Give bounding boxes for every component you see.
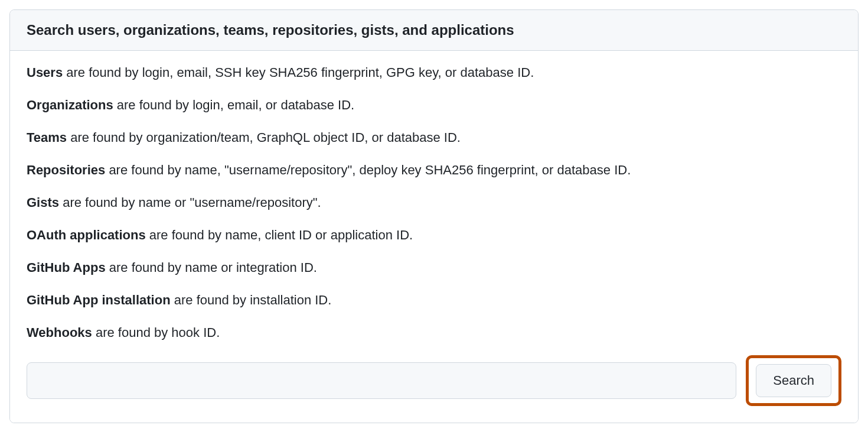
hint-github-apps-label: GitHub Apps (27, 260, 106, 275)
panel-title: Search users, organizations, teams, repo… (27, 20, 841, 41)
hint-gists: Gists are found by name or "username/rep… (27, 193, 841, 212)
search-button-highlight: Search (746, 355, 841, 406)
panel-body: Users are found by login, email, SSH key… (10, 51, 858, 423)
hint-webhooks-text: are found by hook ID. (92, 325, 220, 340)
hint-gists-label: Gists (27, 195, 59, 210)
hint-teams-label: Teams (27, 130, 67, 145)
hint-organizations: Organizations are found by login, email,… (27, 95, 841, 115)
hint-teams: Teams are found by organization/team, Gr… (27, 128, 841, 147)
search-panel: Search users, organizations, teams, repo… (9, 9, 859, 423)
hint-users-label: Users (27, 65, 63, 80)
hint-organizations-label: Organizations (27, 98, 113, 112)
search-input[interactable] (27, 362, 736, 399)
hint-repositories-text: are found by name, "username/repository"… (105, 163, 631, 177)
hint-github-app-installation-text: are found by installation ID. (171, 293, 332, 307)
hint-github-apps-text: are found by name or integration ID. (106, 260, 317, 275)
hint-repositories-label: Repositories (27, 163, 105, 177)
hint-oauth-applications-label: OAuth applications (27, 228, 146, 242)
hint-github-app-installation: GitHub App installation are found by ins… (27, 290, 841, 310)
search-row: Search (27, 355, 841, 406)
search-button[interactable]: Search (756, 364, 831, 397)
hint-oauth-applications-text: are found by name, client ID or applicat… (146, 228, 413, 242)
hint-github-apps: GitHub Apps are found by name or integra… (27, 258, 841, 277)
hint-users-text: are found by login, email, SSH key SHA25… (63, 65, 534, 80)
hint-webhooks: Webhooks are found by hook ID. (27, 323, 841, 342)
hint-github-app-installation-label: GitHub App installation (27, 293, 171, 307)
hint-gists-text: are found by name or "username/repositor… (59, 195, 321, 210)
hint-webhooks-label: Webhooks (27, 325, 92, 340)
hint-oauth-applications: OAuth applications are found by name, cl… (27, 225, 841, 245)
hint-organizations-text: are found by login, email, or database I… (113, 98, 354, 112)
hint-teams-text: are found by organization/team, GraphQL … (67, 130, 461, 145)
panel-header: Search users, organizations, teams, repo… (10, 10, 858, 51)
hint-repositories: Repositories are found by name, "usernam… (27, 160, 841, 180)
hint-users: Users are found by login, email, SSH key… (27, 63, 841, 82)
